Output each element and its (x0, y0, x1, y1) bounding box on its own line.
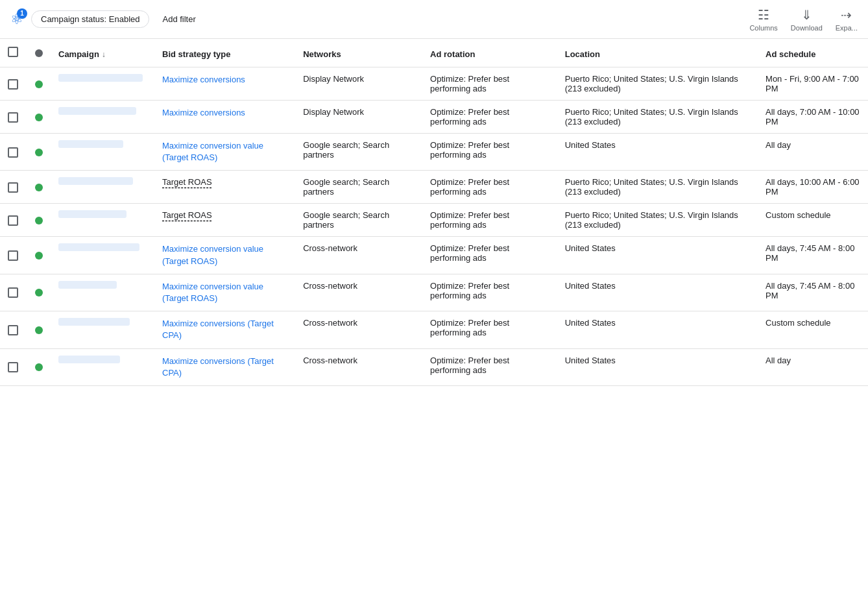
ad-schedule-cell: All day (759, 348, 868, 385)
campaign-name-cell (52, 237, 156, 274)
campaign-name-cell (52, 101, 156, 134)
bid-strategy-link[interactable]: Maximize conversions (Target CPA) (162, 356, 274, 378)
row-checkbox-cell (0, 237, 26, 274)
row-status-cell (26, 101, 52, 134)
location-cell: Puerto Rico; United States; U.S. Virgin … (559, 171, 759, 204)
header-ad-rotation: Ad rotation (424, 39, 559, 67)
campaign-header-label: Campaign (58, 49, 99, 59)
ad-schedule-cell: Custom schedule (759, 204, 868, 237)
row-checkbox-cell (0, 274, 26, 311)
header-campaign: Campaign ↓ (52, 39, 156, 67)
campaign-name-bar[interactable] (58, 210, 127, 218)
header-location: Location (559, 39, 759, 67)
row-checkbox[interactable] (8, 112, 18, 123)
columns-action[interactable]: ☷ Columns (749, 7, 777, 32)
location-cell: Puerto Rico; United States; U.S. Virgin … (559, 101, 759, 134)
row-checkbox[interactable] (8, 250, 18, 261)
download-action[interactable]: ⇓ Download (791, 7, 823, 32)
filter-badge-count: 1 (17, 8, 27, 19)
columns-icon: ☷ (758, 7, 769, 23)
bid-strategy-cell: Maximize conversions (Target CPA) (156, 311, 296, 348)
status-dot (35, 114, 43, 121)
select-all-checkbox[interactable] (8, 47, 18, 57)
campaign-name-bar[interactable] (58, 140, 123, 148)
bid-strategy-link[interactable]: Maximize conversions (162, 75, 245, 84)
bid-strategy-link[interactable]: Maximize conversion value (Target ROAS) (162, 282, 263, 303)
bid-strategy-link[interactable]: Maximize conversion value (Target ROAS) (162, 244, 263, 265)
download-icon: ⇓ (801, 7, 812, 23)
ad-rotation-cell: Optimize: Prefer best performing ads (424, 134, 559, 171)
header-checkbox (0, 39, 26, 67)
status-dot (35, 252, 43, 260)
bid-strategy-dashed[interactable]: Target ROAS (162, 177, 212, 187)
row-checkbox[interactable] (8, 215, 18, 226)
status-dot (35, 326, 43, 334)
ad-schedule-cell: All days, 7:00 AM - 10:00 PM (759, 101, 868, 134)
bid-strategy-cell: Maximize conversion value (Target ROAS) (156, 134, 296, 171)
row-checkbox[interactable] (8, 182, 18, 193)
header-row: Campaign ↓ Bid strategy type Networks Ad… (0, 39, 868, 67)
location-cell: Puerto Rico; United States; U.S. Virgin … (559, 67, 759, 101)
networks-cell: Cross-network (296, 237, 424, 274)
row-status-cell (26, 67, 52, 101)
bid-strategy-link[interactable]: Maximize conversions (162, 108, 245, 117)
campaign-name-bar[interactable] (58, 177, 133, 185)
networks-cell: Display Network (296, 67, 424, 101)
bid-strategy-link[interactable]: Maximize conversions (Target CPA) (162, 319, 274, 340)
ad-schedule-cell: Mon - Fri, 9:00 AM - 7:00 PM (759, 67, 868, 101)
campaign-sort-button[interactable]: Campaign ↓ (58, 49, 106, 59)
campaign-name-cell (52, 67, 156, 101)
row-checkbox-cell (0, 67, 26, 101)
campaign-name-bar[interactable] (58, 318, 130, 326)
bid-strategy-link[interactable]: Maximize conversion value (Target ROAS) (162, 141, 263, 162)
bid-strategy-dashed[interactable]: Target ROAS (162, 210, 212, 220)
campaign-name-bar[interactable] (58, 107, 136, 115)
table-row: Maximize conversions (Target CPA)Cross-n… (0, 348, 868, 385)
table-header: Campaign ↓ Bid strategy type Networks Ad… (0, 39, 868, 67)
campaign-status-filter-chip[interactable]: Campaign status: Enabled (31, 10, 149, 28)
status-dot (35, 217, 43, 224)
ad-schedule-cell: All days, 10:00 AM - 6:00 PM (759, 171, 868, 204)
campaign-name-cell (52, 204, 156, 237)
row-checkbox[interactable] (8, 147, 18, 158)
status-dot (35, 363, 43, 371)
campaign-name-cell (52, 171, 156, 204)
row-checkbox-cell (0, 311, 26, 348)
campaign-name-bar[interactable] (58, 281, 117, 289)
table-row: Maximize conversion value (Target ROAS)C… (0, 274, 868, 311)
row-status-cell (26, 204, 52, 237)
campaign-name-cell (52, 348, 156, 385)
row-checkbox[interactable] (8, 287, 18, 298)
networks-header-label: Networks (303, 49, 341, 59)
row-checkbox-cell (0, 101, 26, 134)
ad-rotation-cell: Optimize: Prefer best performing ads (424, 204, 559, 237)
row-checkbox[interactable] (8, 325, 18, 335)
download-label: Download (791, 24, 823, 32)
ad-schedule-cell: All days, 7:45 AM - 8:00 PM (759, 274, 868, 311)
ad-schedule-header-label: Ad schedule (766, 49, 815, 59)
add-filter-button[interactable]: Add filter (157, 11, 200, 27)
location-cell: United States (559, 134, 759, 171)
ad-schedule-cell: All day (759, 134, 868, 171)
expand-action[interactable]: ⇢ Expa... (836, 7, 858, 32)
bid-strategy-cell: Maximize conversion value (Target ROAS) (156, 274, 296, 311)
location-cell: United States (559, 237, 759, 274)
campaign-name-bar[interactable] (58, 74, 143, 82)
campaign-name-bar[interactable] (58, 356, 120, 363)
table-row: Maximize conversionsDisplay NetworkOptim… (0, 101, 868, 134)
columns-label: Columns (749, 24, 777, 32)
networks-cell: Cross-network (296, 348, 424, 385)
table-row: Maximize conversions (Target CPA)Cross-n… (0, 311, 868, 348)
table-row: Target ROASGoogle search; Search partner… (0, 204, 868, 237)
row-checkbox[interactable] (8, 79, 18, 90)
status-dot (35, 184, 43, 191)
ad-rotation-cell: Optimize: Prefer best performing ads (424, 311, 559, 348)
row-checkbox[interactable] (8, 362, 18, 372)
toolbar: ⚛ 1 Campaign status: Enabled Add filter … (0, 0, 868, 39)
campaign-name-bar[interactable] (58, 243, 139, 251)
location-header-label: Location (565, 49, 600, 59)
ad-rotation-cell: Optimize: Prefer best performing ads (424, 237, 559, 274)
location-cell: United States (559, 311, 759, 348)
row-status-cell (26, 134, 52, 171)
table-body: Maximize conversionsDisplay NetworkOptim… (0, 67, 868, 386)
